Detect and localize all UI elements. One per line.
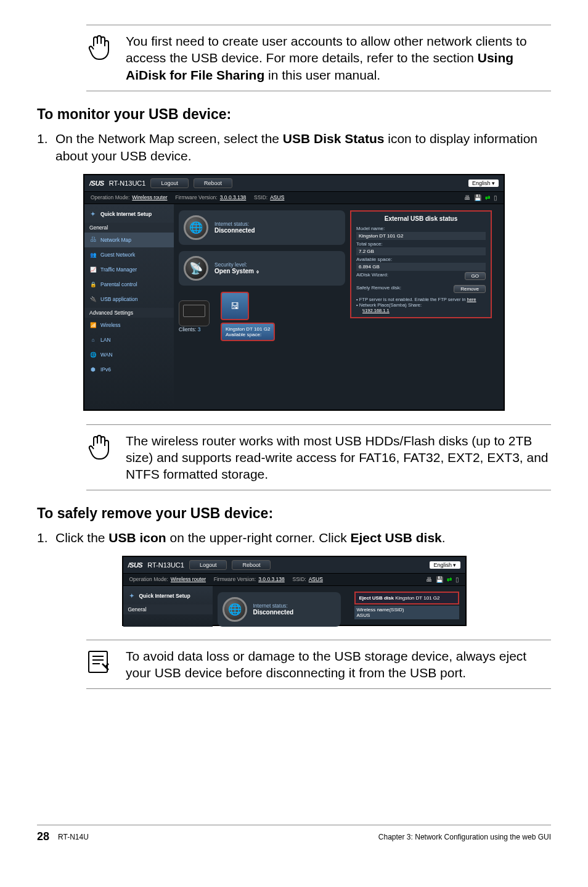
sidebar-item-ipv6[interactable]: ⬢IPv6: [84, 362, 174, 377]
sidebar: ✦Quick Internet Setup General: [123, 586, 213, 627]
firmware-version-link[interactable]: 3.0.0.3.138: [258, 576, 285, 582]
hand-icon: [86, 33, 116, 83]
internet-status-card: 🌐 Internet status: Disconnected: [179, 210, 345, 245]
globe-icon[interactable]: 🌐: [184, 215, 208, 240]
model-label: RT-N13UC1: [109, 179, 146, 187]
operation-mode-link[interactable]: Wireless router: [171, 576, 206, 582]
heading-monitor: To monitor your USB device:: [37, 106, 551, 123]
usb-disk-info-tile: Kingston DT 101 G2 Available space:: [221, 323, 275, 341]
ssid-link[interactable]: ASUS: [270, 194, 284, 200]
printer-icon[interactable]: 🖶: [426, 576, 432, 583]
wand-icon: ✦: [89, 210, 97, 218]
sidebar-item-lan[interactable]: ⌂LAN: [84, 332, 174, 347]
clients-icon[interactable]: [179, 300, 210, 326]
ftp-here-link[interactable]: here: [467, 297, 476, 302]
router-screenshot-2: /SUS RT-N13UC1 Logout Reboot English ▾ O…: [123, 557, 465, 625]
globe-icon[interactable]: 🌐: [223, 597, 247, 622]
footer-chapter: Chapter 3: Network Configuration using t…: [378, 833, 551, 841]
page-footer: 28 RT-N14U Chapter 3: Network Configurat…: [37, 825, 551, 843]
security-card: 📡 Security level: Open System ⬨: [179, 251, 345, 286]
reboot-button[interactable]: Reboot: [194, 178, 232, 188]
step-monitor-1: 1. On the Network Map screen, select the…: [37, 130, 551, 165]
wifi-icon: 📶: [89, 321, 97, 329]
note-accounts-text: You first need to create user accounts t…: [126, 33, 551, 83]
wan-icon: 🌐: [89, 351, 97, 358]
router-icon[interactable]: 📡: [184, 256, 208, 281]
operation-mode-link[interactable]: Wireless router: [132, 194, 167, 200]
lan-icon: ⌂: [89, 336, 97, 344]
usb-disk-status-icon[interactable]: 🖫: [221, 292, 249, 320]
wand-icon: ✦: [128, 592, 136, 600]
storage-icon[interactable]: 💾: [474, 194, 481, 201]
firmware-version-link[interactable]: 3.0.0.3.138: [220, 194, 247, 200]
usb-app-icon: 🔌: [89, 295, 97, 303]
asus-logo: /SUS: [128, 561, 143, 569]
security-level-value: Open System ⬨: [214, 268, 259, 274]
heading-safely-remove: To safely remove your USB device:: [37, 505, 551, 522]
safely-remove-button[interactable]: Remove: [454, 285, 486, 293]
model-label: RT-N13UC1: [147, 561, 184, 569]
topbar-icons: 🖶💾⇄▯: [464, 194, 497, 201]
sidebar-general-header: General: [84, 223, 174, 233]
note-accounts: You first need to create user accounts t…: [86, 28, 551, 88]
sidebar-quick-setup[interactable]: ✦Quick Internet Setup: [84, 207, 174, 221]
external-usb-panel: External USB disk status Model name:King…: [350, 210, 492, 318]
storage-icon[interactable]: 💾: [436, 576, 443, 583]
traffic-icon: 📈: [89, 266, 97, 273]
eject-usb-popup[interactable]: Eject USB disk Kingston DT 101 G2: [354, 592, 459, 604]
usb-model-name: Kingston DT 101 G2: [356, 232, 486, 240]
sidebar-item-wireless[interactable]: 📶Wireless: [84, 318, 174, 332]
note-compatibility: The wireless router works with most USB …: [86, 427, 551, 488]
note-dataloss-text: To avoid data loss or damage to the USB …: [126, 648, 551, 682]
sidebar: ✦Quick Internet Setup General 品Network M…: [84, 204, 174, 409]
logout-button[interactable]: Logout: [150, 178, 189, 188]
language-select[interactable]: English ▾: [468, 179, 499, 187]
language-select[interactable]: English ▾: [430, 561, 460, 569]
device-icon[interactable]: ▯: [455, 576, 459, 583]
usb-icon[interactable]: ⇄: [447, 576, 452, 583]
sidebar-item-parental-control[interactable]: 🔒Parental control: [84, 277, 174, 292]
note-compat-text: The wireless router works with most USB …: [126, 432, 551, 483]
step-eject-1: 1. Click the USB icon on the upper-right…: [37, 529, 551, 547]
sidebar-item-usb-application[interactable]: 🔌USB application: [84, 292, 174, 307]
sidebar-item-traffic-manager[interactable]: 📈Traffic Manager: [84, 262, 174, 277]
page-number: 28: [37, 830, 49, 843]
panel-title: External USB disk status: [356, 215, 486, 222]
wireless-name-row: Wireless name(SSID)ASUS: [354, 606, 459, 619]
reboot-button[interactable]: Reboot: [232, 560, 271, 570]
usb-total-space: 7.2 GB: [356, 247, 486, 255]
ssid-link[interactable]: ASUS: [309, 576, 323, 582]
internet-status-value: Disconnected: [214, 227, 255, 234]
svg-rect-0: [89, 651, 107, 672]
printer-icon[interactable]: 🖶: [464, 194, 470, 201]
router-screenshot-1: /SUS RT-N13UC1 Logout Reboot English ▾ O…: [84, 175, 504, 410]
guest-network-icon: 👥: [89, 251, 97, 258]
note-icon: [86, 648, 116, 682]
sidebar-item-guest-network[interactable]: 👥Guest Network: [84, 247, 174, 262]
footer-model: RT-N14U: [58, 833, 89, 841]
device-icon[interactable]: ▯: [494, 194, 497, 201]
sidebar-item-wan[interactable]: 🌐WAN: [84, 347, 174, 362]
clients-count: Clients: 3: [179, 326, 210, 332]
hand-icon: [86, 432, 116, 483]
lock-icon: 🔒: [89, 281, 97, 288]
sidebar-item-network-map[interactable]: 品Network Map: [84, 233, 174, 247]
sidebar-advanced-header: Advanced Settings: [84, 308, 174, 318]
usb-icon[interactable]: ⇄: [485, 194, 490, 201]
sidebar-quick-setup[interactable]: ✦Quick Internet Setup: [123, 588, 213, 603]
note-dataloss: To avoid data loss or damage to the USB …: [86, 643, 551, 687]
asus-logo: /SUS: [89, 179, 104, 187]
network-map-icon: 品: [89, 236, 97, 244]
logout-button[interactable]: Logout: [189, 560, 227, 570]
sidebar-general-header: General: [123, 604, 213, 614]
samba-path-link[interactable]: \\192.168.1.1: [362, 308, 486, 313]
usb-available-space: 6.894 GB: [356, 263, 486, 271]
ipv6-icon: ⬢: [89, 366, 97, 373]
aidisk-go-button[interactable]: GO: [465, 272, 486, 280]
topbar-icons: 🖶💾⇄▯: [426, 576, 459, 583]
